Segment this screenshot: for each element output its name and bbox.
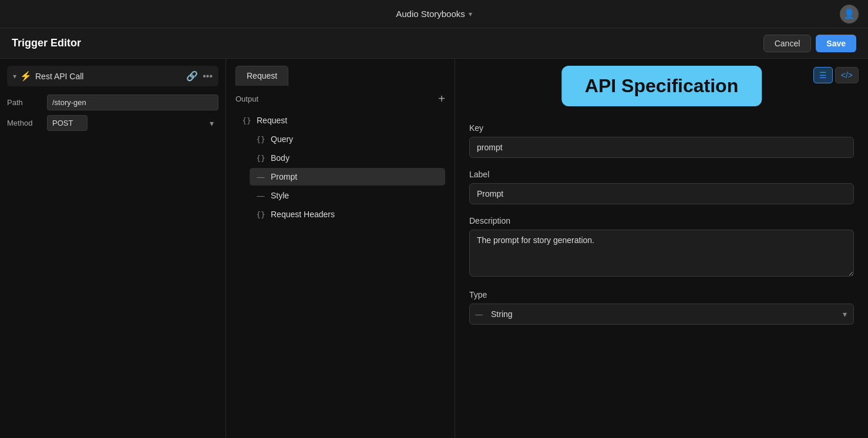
key-label: Key xyxy=(469,123,854,133)
style-label: Style xyxy=(271,191,426,200)
node-collapse-icon[interactable]: ▾ xyxy=(13,72,16,80)
type-select-wrapper: — String Number Boolean Object Array ▾ xyxy=(469,304,854,325)
path-field-row: Path xyxy=(7,95,218,110)
type-select[interactable]: String Number Boolean Object Array xyxy=(469,304,854,325)
label-field: Label xyxy=(469,170,854,204)
key-field: Key xyxy=(469,123,854,158)
page-header: Trigger Editor Cancel Save xyxy=(0,28,868,59)
tree-item-query[interactable]: {} Query 🗑 xyxy=(250,130,445,148)
output-header: Output + xyxy=(235,93,445,105)
prompt-label: Prompt xyxy=(271,172,426,181)
tab-request[interactable]: Request xyxy=(235,66,288,86)
view-toggle: ☰ </> xyxy=(813,67,859,83)
left-panel: ▾ ⚡ Rest API Call 🔗 ••• Path Method POST… xyxy=(0,59,226,438)
api-spec-overlay: API Specification xyxy=(561,66,762,106)
app-title-area[interactable]: Audio Storybooks ▾ xyxy=(396,9,472,19)
body-icon: {} xyxy=(255,154,266,163)
path-label: Path xyxy=(7,98,42,107)
main-layout: ▾ ⚡ Rest API Call 🔗 ••• Path Method POST… xyxy=(0,59,868,438)
more-options-icon[interactable]: ••• xyxy=(203,71,213,82)
api-spec-label: API Specification xyxy=(585,75,738,96)
method-field-row: Method POST GET PUT DELETE PATCH xyxy=(7,115,218,131)
code-view-button[interactable]: </> xyxy=(835,67,859,83)
node-actions: 🔗 ••• xyxy=(186,70,213,82)
tree-item-body[interactable]: {} Body 🗑 xyxy=(250,149,445,167)
request-label: Request xyxy=(257,116,439,125)
method-label: Method xyxy=(7,119,42,127)
request-headers-icon: {} xyxy=(255,210,266,219)
node-type-icon: ⚡ xyxy=(20,70,32,82)
add-output-button[interactable]: + xyxy=(438,93,445,105)
label-input[interactable] xyxy=(469,183,854,204)
tree-item-prompt[interactable]: — Prompt 🗑 xyxy=(250,168,445,186)
tree-children: {} Query 🗑 {} Body 🗑 — Prompt 🗑 — Style xyxy=(235,130,445,223)
query-icon: {} xyxy=(255,135,266,144)
save-button[interactable]: Save xyxy=(816,35,856,52)
node-title: Rest API Call xyxy=(35,72,83,81)
key-input[interactable] xyxy=(469,137,854,158)
style-icon: — xyxy=(255,191,266,200)
right-form-area: Key Label Description The prompt for sto… xyxy=(469,123,854,325)
middle-content: Output + {} Request {} Query 🗑 {} Body 🗑 xyxy=(226,86,455,438)
link-icon[interactable]: 🔗 xyxy=(186,70,198,82)
output-label: Output xyxy=(235,95,258,103)
label-label: Label xyxy=(469,170,854,179)
middle-panel: Request Output + {} Request {} Query 🗑 {… xyxy=(226,59,455,438)
middle-tabs: Request xyxy=(226,59,455,86)
description-label: Description xyxy=(469,216,854,225)
node-header: ▾ ⚡ Rest API Call 🔗 ••• xyxy=(7,66,218,86)
query-label: Query xyxy=(271,134,426,144)
description-field: Description The prompt for story generat… xyxy=(469,216,854,278)
prompt-icon: — xyxy=(255,173,266,181)
description-textarea[interactable]: The prompt for story generation. xyxy=(469,230,854,277)
page-title: Trigger Editor xyxy=(12,37,81,49)
method-select[interactable]: POST GET PUT DELETE PATCH xyxy=(47,115,88,131)
tree-item-request-headers[interactable]: {} Request Headers 🗑 xyxy=(250,205,445,223)
visual-view-button[interactable]: ☰ xyxy=(813,67,833,83)
tree-item-request[interactable]: {} Request xyxy=(235,112,445,129)
type-label: Type xyxy=(469,290,854,299)
right-panel: API Specification ☰ </> Key Label Descri… xyxy=(455,59,868,438)
avatar[interactable]: 👤 xyxy=(840,5,859,23)
tree-item-style[interactable]: — Style 🗑 xyxy=(250,187,445,204)
request-headers-label: Request Headers xyxy=(271,210,426,219)
body-label: Body xyxy=(271,153,426,163)
app-title-chevron: ▾ xyxy=(469,10,472,18)
type-select-icon: — xyxy=(475,310,483,319)
method-select-wrapper: POST GET PUT DELETE PATCH xyxy=(47,115,218,131)
path-input[interactable] xyxy=(47,95,218,110)
node-header-left: ▾ ⚡ Rest API Call xyxy=(13,70,181,82)
top-bar: Audio Storybooks ▾ 👤 xyxy=(0,0,868,28)
header-buttons: Cancel Save xyxy=(763,35,856,52)
app-title: Audio Storybooks xyxy=(396,9,465,19)
type-field: Type — String Number Boolean Object Arra… xyxy=(469,290,854,325)
request-icon: {} xyxy=(241,116,252,125)
cancel-button[interactable]: Cancel xyxy=(763,35,812,52)
